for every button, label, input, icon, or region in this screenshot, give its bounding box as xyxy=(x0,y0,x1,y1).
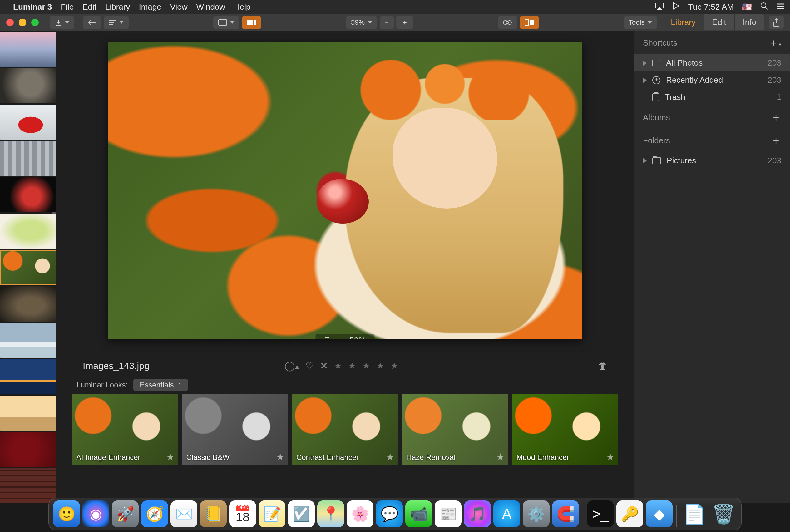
filmstrip-thumb[interactable] xyxy=(0,323,56,358)
clock[interactable]: Tue 7:52 AM xyxy=(688,2,734,12)
rating-star-3[interactable]: ★ xyxy=(362,361,370,371)
close-window-button[interactable] xyxy=(6,19,14,26)
filmstrip-thumb[interactable] xyxy=(0,286,56,321)
zoom-in-button[interactable]: ＋ xyxy=(396,16,413,29)
dock-app-trash[interactable]: 🗑️ xyxy=(710,500,737,527)
rating-star-2[interactable]: ★ xyxy=(348,361,356,371)
sidebar-item-pictures[interactable]: Pictures 203 xyxy=(634,152,790,169)
menu-library[interactable]: Library xyxy=(105,2,130,12)
notification-center-icon[interactable] xyxy=(776,2,784,12)
dock-app-safari[interactable]: 🧭 xyxy=(141,500,168,527)
filmstrip-thumb[interactable] xyxy=(0,432,56,467)
back-button[interactable] xyxy=(83,16,101,29)
dock-app-photos[interactable]: 🌸 xyxy=(346,500,374,527)
app-name[interactable]: Luminar 3 xyxy=(13,2,52,12)
dock-app-contacts[interactable]: 📒 xyxy=(200,500,227,527)
dock-app-siri[interactable]: ◉ xyxy=(82,500,109,527)
dock-app-terminal[interactable]: >_ xyxy=(587,500,614,527)
screen-recording-icon[interactable] xyxy=(672,2,680,12)
add-album-button[interactable]: ＋ xyxy=(771,110,781,125)
filmstrip-thumb[interactable] xyxy=(0,468,56,503)
dock-app-calendar[interactable]: DEC18 xyxy=(229,500,256,527)
dock-app-downloads[interactable]: 📄 xyxy=(681,500,708,527)
dock-app-magnet[interactable]: 🧲 xyxy=(552,500,579,527)
tab-edit[interactable]: Edit xyxy=(704,14,735,30)
quick-preview-button[interactable] xyxy=(498,16,517,29)
dock-app-news[interactable]: 📰 xyxy=(435,500,462,527)
filmstrip-thumb[interactable] xyxy=(0,359,56,394)
dock-app-mail[interactable]: ✉️ xyxy=(170,500,198,527)
sidebar-item-all-photos[interactable]: All Photos 203 xyxy=(634,54,790,72)
spotlight-icon[interactable] xyxy=(760,2,768,12)
look-preset[interactable]: AI Image Enhancer★ xyxy=(72,394,178,466)
look-favorite-button[interactable]: ★ xyxy=(386,452,394,462)
share-button[interactable] xyxy=(769,16,784,29)
menu-edit[interactable]: Edit xyxy=(82,2,96,12)
look-favorite-button[interactable]: ★ xyxy=(276,452,284,462)
zoom-level-dropdown[interactable]: 59% xyxy=(346,16,377,29)
filmstrip[interactable] xyxy=(0,31,56,503)
dock-app-messages[interactable]: 💬 xyxy=(376,500,403,527)
rating-star-1[interactable]: ★ xyxy=(334,361,342,371)
zoom-out-button[interactable]: − xyxy=(380,16,394,29)
looks-category-dropdown[interactable]: Essentials⌃ xyxy=(133,379,188,391)
main-photo[interactable]: Zoom: 59% xyxy=(108,42,582,339)
disclosure-triangle-icon[interactable] xyxy=(643,60,647,66)
flag-us-icon[interactable]: 🇺🇸 xyxy=(742,2,752,12)
rating-star-5[interactable]: ★ xyxy=(390,361,398,371)
dock-app-itunes[interactable]: 🎵 xyxy=(464,500,491,527)
rating-star-4[interactable]: ★ xyxy=(376,361,384,371)
look-preset[interactable]: Classic B&W★ xyxy=(182,394,288,466)
look-favorite-button[interactable]: ★ xyxy=(166,452,174,462)
disclosure-triangle-icon[interactable] xyxy=(643,77,647,83)
sort-button[interactable] xyxy=(104,16,129,29)
look-preset[interactable]: Contrast Enhancer★ xyxy=(292,394,398,466)
favorite-button[interactable]: ♡ xyxy=(305,360,314,371)
disclosure-triangle-icon[interactable] xyxy=(643,158,647,164)
filmstrip-thumb[interactable] xyxy=(0,141,56,176)
filmstrip-thumb[interactable] xyxy=(0,396,56,431)
tab-info[interactable]: Info xyxy=(735,14,765,30)
menu-view[interactable]: View xyxy=(170,2,188,12)
menu-file[interactable]: File xyxy=(61,2,74,12)
filmstrip-thumb[interactable] xyxy=(0,213,56,248)
export-button[interactable] xyxy=(50,16,74,29)
look-favorite-button[interactable]: ★ xyxy=(606,452,615,462)
dock-app-finder[interactable]: 🙂 xyxy=(53,500,80,527)
dock-app-facetime[interactable]: 📹 xyxy=(405,500,432,527)
dock-app-appstore[interactable]: A xyxy=(493,500,520,527)
look-preset[interactable]: Mood Enhancer★ xyxy=(512,394,618,466)
dock-app-reminders[interactable]: ☑️ xyxy=(288,500,315,527)
add-folder-button[interactable]: ＋ xyxy=(771,133,781,148)
delete-photo-button[interactable]: 🗑 xyxy=(598,361,607,371)
fullscreen-window-button[interactable] xyxy=(31,19,39,26)
dock-app-launchpad[interactable]: 🚀 xyxy=(112,500,139,527)
airplay-icon[interactable] xyxy=(655,2,664,12)
menu-help[interactable]: Help xyxy=(234,2,250,12)
look-favorite-button[interactable]: ★ xyxy=(496,452,505,462)
filmstrip-thumb[interactable] xyxy=(0,104,56,139)
reject-button[interactable]: ✕ xyxy=(320,360,328,371)
tab-library[interactable]: Library xyxy=(663,14,704,30)
color-tag-button[interactable]: ◯▴ xyxy=(284,360,299,371)
tools-dropdown[interactable]: Tools xyxy=(624,16,657,29)
menu-image[interactable]: Image xyxy=(139,2,161,12)
sidebar-layout-button[interactable] xyxy=(213,16,240,29)
dock-app-1password[interactable]: 🔑 xyxy=(616,500,643,527)
filmstrip-layout-button[interactable] xyxy=(242,16,261,29)
dock-app-maps[interactable]: 📍 xyxy=(317,500,344,527)
add-shortcut-button[interactable]: ＋▾ xyxy=(768,36,781,50)
filmstrip-thumb[interactable] xyxy=(0,68,56,103)
look-preset[interactable]: Haze Removal★ xyxy=(402,394,508,466)
sidebar-item-recently-added[interactable]: + Recently Added 203 xyxy=(634,72,790,89)
looks-row[interactable]: AI Image Enhancer★Classic B&W★Contrast E… xyxy=(69,394,621,466)
menu-window[interactable]: Window xyxy=(196,2,225,12)
minimize-window-button[interactable] xyxy=(19,19,26,26)
filmstrip-thumb[interactable] xyxy=(0,250,56,285)
dock-app-settings[interactable]: ⚙️ xyxy=(523,500,549,527)
sidebar-item-trash[interactable]: Trash 1 xyxy=(634,89,790,106)
dock-app-notes[interactable]: 📝 xyxy=(259,500,285,527)
dock-app-luminar[interactable]: ◆ xyxy=(646,500,673,527)
filmstrip-thumb[interactable] xyxy=(0,177,56,212)
compare-view-button[interactable] xyxy=(520,16,539,29)
